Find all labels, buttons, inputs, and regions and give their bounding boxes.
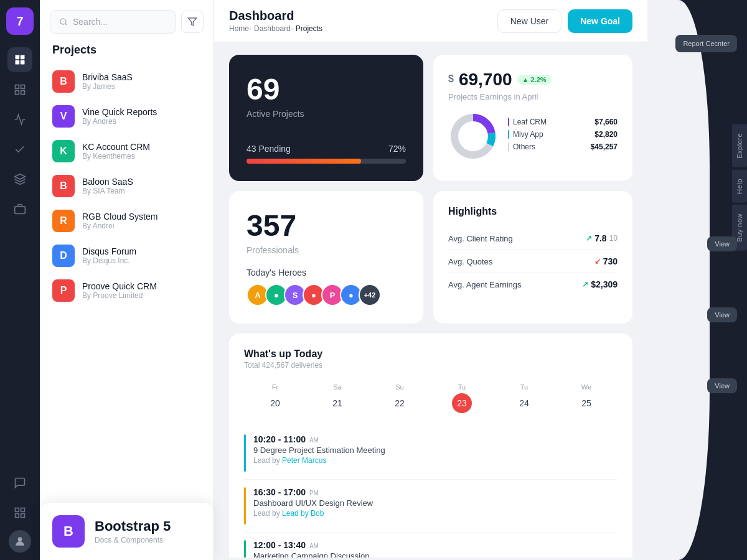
highlights-title: Highlights [448, 206, 618, 217]
nav-grid[interactable] [7, 77, 32, 102]
events-list: 10:20 - 11:00 AM 9 Degree Project Estima… [244, 427, 618, 558]
app-avatar[interactable]: 7 [6, 7, 34, 35]
search-bar[interactable] [50, 10, 176, 34]
new-user-button[interactable]: New User [497, 9, 561, 33]
nav-dashboard[interactable] [7, 47, 32, 72]
active-projects-number: 69 [247, 72, 406, 106]
active-projects-footer: 43 Pending 72% [247, 144, 406, 164]
highlights-list: Avg. Client Rating ↗ 7.8 10 Avg. Quotes … [448, 227, 618, 296]
active-projects-card: 69 Active Projects 43 Pending 72% [229, 55, 423, 181]
nav-check[interactable] [7, 137, 32, 162]
filter-button[interactable] [181, 11, 204, 33]
legend-left: Mivy App [508, 130, 543, 139]
project-name-rgb: RGB Cloud System [82, 212, 201, 222]
project-by-rgb: By Andrei [82, 222, 201, 230]
event-title: Marketing Campaign Discussion [253, 551, 618, 558]
topbar-left: Dashboard Home- Dashboard- Projects [229, 9, 322, 33]
center-area: Dashboard Home- Dashboard- Projects New … [214, 0, 647, 560]
deco-view-button-1[interactable]: View [707, 307, 737, 322]
heroes-label: Today's Heroes [247, 268, 406, 278]
calendar-day: Tu 24 [493, 380, 555, 417]
svg-marker-8 [15, 174, 26, 179]
highlight-row: Avg. Quotes ↙ 730 [448, 250, 618, 273]
event-item: 16:30 - 17:00 PM Dashboard UI/UX Design … [244, 480, 618, 533]
new-goal-button[interactable]: New Goal [568, 9, 632, 33]
project-info-disqus: Disqus Forum By Disqus Inc. [82, 246, 201, 265]
sidebar-search-row [40, 0, 214, 44]
breadcrumb-dashboard[interactable]: Dashboard- [254, 24, 293, 33]
event-lead-link[interactable]: Peter Marcus [282, 456, 326, 465]
project-info-proove: Proove Quick CRM By Proove Limited [82, 281, 201, 300]
cal-day-name: Sa [309, 383, 366, 391]
cal-day-num: 21 [327, 393, 347, 413]
svg-point-15 [60, 19, 66, 24]
project-icon-kc: K [52, 140, 75, 162]
progress-bar-fill [247, 159, 361, 164]
legend-amount: $45,257 [591, 142, 618, 151]
cal-day-name: Su [371, 383, 428, 391]
cal-day-name: We [558, 383, 615, 391]
icon-bar: 7 [0, 0, 40, 560]
deco-panel: Report Cecnter ExploreHelpBuy now ViewVi… [647, 0, 747, 560]
topbar-actions: New User New Goal [497, 9, 632, 33]
bootstrap-sub: Docs & Components [95, 536, 171, 544]
project-icon-rgb: R [52, 210, 75, 232]
project-icon-baloon: B [52, 175, 75, 197]
calendar-day: Sa 21 [306, 380, 369, 417]
event-lead: Lead by Peter Marcus [253, 456, 618, 465]
topbar: Dashboard Home- Dashboard- Projects New … [214, 0, 647, 42]
legend-amount: $7,660 [594, 118, 618, 126]
event-content: 12:00 - 13:40 AM Marketing Campaign Disc… [253, 540, 618, 558]
avatar-more: +42 [359, 284, 381, 306]
project-by-kc: By Keenthemes [82, 152, 201, 161]
nav-layers[interactable] [7, 167, 32, 192]
svg-rect-6 [16, 91, 19, 95]
project-item-proove[interactable]: P Proove Quick CRM By Proove Limited [45, 273, 209, 308]
project-item-vine[interactable]: V Vine Quick Reports By Andres [45, 99, 209, 134]
cal-day-name: Fr [247, 383, 304, 391]
event-title: Dashboard UI/UX Design Review [253, 498, 618, 508]
cal-day-num: 20 [265, 393, 285, 413]
event-lead-link[interactable]: Lead by Bob [282, 509, 324, 518]
calendar-day[interactable]: Tu 23 [431, 380, 493, 417]
breadcrumb-home[interactable]: Home- [229, 24, 251, 33]
deco-view-button-0[interactable]: View [707, 236, 737, 251]
row-1: 69 Active Projects 43 Pending 72% [229, 55, 632, 181]
pending-pct: 72% [388, 144, 406, 154]
deco-views: ViewViewView [707, 236, 737, 393]
project-icon-briviba: B [52, 70, 75, 93]
active-projects-label: Active Projects [247, 109, 406, 119]
project-item-baloon[interactable]: B Baloon SaaS By SIA Team [45, 169, 209, 203]
project-name-baloon: Baloon SaaS [82, 177, 201, 187]
calendar-row: Fr 20 Sa 21 Su 22 Tu 23 Tu 24 We 25 [244, 380, 618, 417]
search-icon [59, 17, 68, 27]
deco-tab[interactable]: Explore [732, 124, 747, 167]
page-title: Dashboard [229, 9, 322, 23]
project-item-kc[interactable]: K KC Account CRM By Keenthemes [45, 134, 209, 169]
svg-rect-2 [16, 60, 20, 65]
project-icon-vine: V [52, 105, 75, 128]
donut-chart [448, 111, 498, 161]
schedule-header: What's up Today Total 424,567 deliveries [244, 348, 618, 370]
event-item: 12:00 - 13:40 AM Marketing Campaign Disc… [244, 533, 618, 558]
project-item-disqus[interactable]: D Disqus Forum By Disqus Inc. [45, 238, 209, 273]
nav-message[interactable] [7, 470, 32, 495]
project-item-briviba[interactable]: B Briviba SaaS By James [45, 64, 209, 99]
project-item-rgb[interactable]: R RGB Cloud System By Andrei [45, 203, 209, 238]
deco-tab[interactable]: Help [732, 170, 747, 203]
cal-day-num: 22 [390, 393, 410, 413]
nav-grid2[interactable] [7, 500, 32, 525]
nav-briefcase[interactable] [7, 197, 32, 222]
cal-day-name: Tu [433, 383, 491, 391]
donut-svg [448, 111, 498, 161]
cal-day-num: 24 [514, 393, 534, 413]
report-center-button[interactable]: Report Cecnter [675, 35, 737, 52]
event-ampm: PM [309, 490, 319, 497]
cal-day-num[interactable]: 23 [452, 393, 472, 413]
deco-view-button-2[interactable]: View [707, 378, 737, 393]
nav-chart[interactable] [7, 107, 32, 132]
user-avatar[interactable] [9, 530, 31, 553]
search-input[interactable] [73, 17, 167, 27]
legend-item: Others $45,257 [508, 142, 618, 151]
schedule-sub: Total 424,567 deliveries [244, 361, 322, 370]
